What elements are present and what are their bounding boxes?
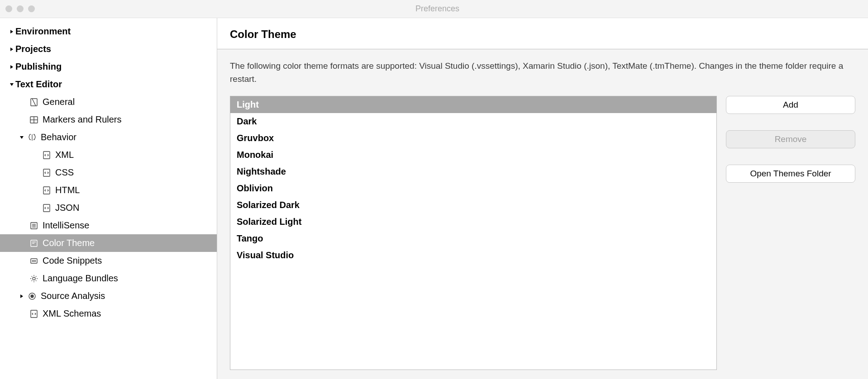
traffic-lights	[5, 5, 35, 12]
sidebar-item-label: Text Editor	[15, 79, 62, 90]
brain-icon	[27, 133, 37, 142]
sidebar-item-label: Code Snippets	[43, 256, 102, 266]
chevron-right-icon	[18, 294, 25, 298]
code-file-icon	[29, 309, 39, 319]
theme-item-solarized-light[interactable]: Solarized Light	[230, 213, 716, 230]
content-body: The following color theme formats are su…	[217, 49, 868, 379]
page-title: Color Theme	[230, 28, 855, 41]
svg-marker-3	[10, 83, 14, 86]
svg-point-21	[32, 261, 33, 261]
sidebar-item-label: XML Schemas	[43, 308, 101, 319]
sidebar-item-markers-rulers[interactable]: Markers and Rulers	[0, 111, 217, 128]
theme-item-light[interactable]: Light	[230, 96, 716, 113]
chevron-down-icon	[18, 135, 25, 140]
window-title: Preferences	[35, 4, 863, 14]
chevron-right-icon	[8, 29, 15, 34]
snippet-icon	[29, 256, 39, 266]
sidebar-item-label: XML	[55, 150, 74, 160]
sidebar-item-label: Source Analysis	[41, 291, 105, 301]
theme-buttons: Add Remove Open Themes Folder	[726, 96, 855, 370]
sidebar-item-code-snippets[interactable]: Code Snippets	[0, 252, 217, 270]
sidebar-item-label: Environment	[15, 26, 71, 37]
svg-marker-2	[10, 65, 13, 69]
sidebar-item-label: Projects	[15, 44, 51, 54]
sidebar-item-label: IntelliSense	[43, 220, 89, 231]
main-area: Environment Projects Publishing Text Edi…	[0, 18, 868, 379]
code-file-icon	[42, 185, 52, 195]
theme-item-nightshade[interactable]: Nightshade	[230, 163, 716, 180]
close-window-button[interactable]	[5, 5, 12, 12]
svg-marker-8	[20, 136, 24, 139]
content-pane: Color Theme The following color theme fo…	[217, 18, 868, 379]
sidebar-item-label: Color Theme	[43, 238, 95, 248]
sidebar-item-label: JSON	[55, 203, 79, 213]
theme-list[interactable]: Light Dark Gruvbox Monokai Nightshade Ob…	[230, 96, 717, 370]
sidebar-item-xml-schemas[interactable]: XML Schemas	[0, 305, 217, 322]
svg-point-27	[31, 295, 33, 298]
theme-item-monokai[interactable]: Monokai	[230, 147, 716, 163]
sidebar-item-css[interactable]: CSS	[0, 164, 217, 181]
preferences-sidebar: Environment Projects Publishing Text Edi…	[0, 18, 217, 379]
sidebar-item-label: Behavior	[41, 132, 76, 142]
chevron-right-icon	[8, 65, 15, 69]
sidebar-item-language-bundles[interactable]: Language Bundles	[0, 270, 217, 287]
sidebar-item-html[interactable]: HTML	[0, 181, 217, 199]
chevron-right-icon	[8, 47, 15, 52]
sidebar-item-intellisense[interactable]: IntelliSense	[0, 217, 217, 234]
sidebar-item-label: General	[43, 97, 75, 107]
add-button[interactable]: Add	[726, 96, 855, 114]
sidebar-item-behavior[interactable]: Behavior	[0, 128, 217, 146]
theme-item-visual-studio[interactable]: Visual Studio	[230, 247, 716, 264]
sidebar-item-projects[interactable]: Projects	[0, 40, 217, 58]
sidebar-item-environment[interactable]: Environment	[0, 23, 217, 40]
sidebar-item-label: CSS	[55, 167, 74, 178]
sidebar-item-color-theme[interactable]: Color Theme	[0, 234, 217, 252]
theme-item-dark[interactable]: Dark	[230, 113, 716, 130]
ruler-icon	[29, 115, 39, 125]
svg-marker-25	[20, 294, 23, 298]
panel-description: The following color theme formats are su…	[217, 49, 868, 96]
sidebar-item-text-editor[interactable]: Text Editor	[0, 76, 217, 93]
gear-icon	[29, 274, 39, 284]
open-themes-folder-button[interactable]: Open Themes Folder	[726, 165, 855, 183]
sidebar-item-xml[interactable]: XML	[0, 146, 217, 164]
theme-panel: Light Dark Gruvbox Monokai Nightshade Ob…	[217, 96, 868, 379]
theme-item-solarized-dark[interactable]: Solarized Dark	[230, 197, 716, 213]
svg-marker-0	[10, 30, 13, 33]
code-file-icon	[42, 203, 52, 213]
minimize-window-button[interactable]	[17, 5, 24, 12]
svg-point-23	[35, 261, 36, 261]
code-file-icon	[42, 168, 52, 178]
target-icon	[27, 291, 37, 301]
theme-icon	[29, 238, 39, 248]
sidebar-item-label: Publishing	[15, 62, 62, 72]
sidebar-item-label: Markers and Rulers	[43, 114, 122, 125]
code-file-icon	[42, 150, 52, 160]
remove-button[interactable]: Remove	[726, 130, 855, 148]
svg-point-22	[33, 261, 34, 261]
document-icon	[29, 97, 39, 107]
list-icon	[29, 221, 39, 231]
zoom-window-button[interactable]	[28, 5, 35, 12]
sidebar-item-label: Language Bundles	[43, 273, 118, 284]
sidebar-item-source-analysis[interactable]: Source Analysis	[0, 287, 217, 305]
svg-point-24	[33, 277, 35, 280]
theme-item-gruvbox[interactable]: Gruvbox	[230, 130, 716, 147]
content-header: Color Theme	[217, 18, 868, 49]
theme-item-oblivion[interactable]: Oblivion	[230, 180, 716, 197]
sidebar-item-label: HTML	[55, 185, 80, 195]
sidebar-item-json[interactable]: JSON	[0, 199, 217, 217]
svg-marker-1	[10, 47, 13, 51]
titlebar: Preferences	[0, 0, 868, 18]
chevron-down-icon	[8, 82, 15, 87]
sidebar-item-publishing[interactable]: Publishing	[0, 58, 217, 76]
theme-item-tango[interactable]: Tango	[230, 230, 716, 247]
sidebar-item-general[interactable]: General	[0, 93, 217, 111]
